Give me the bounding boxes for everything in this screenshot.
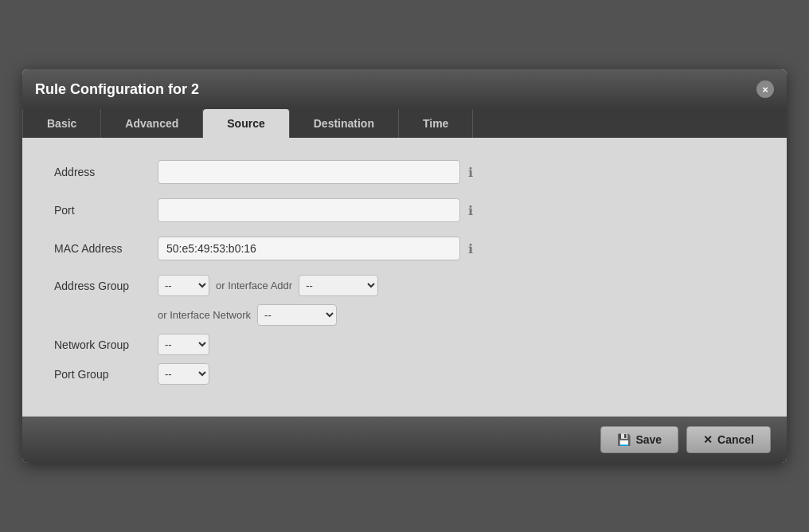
port-group-select[interactable]: -- <box>158 363 209 385</box>
modal-body: Address ℹ Port ℹ MAC Address ℹ Address G… <box>22 138 787 417</box>
tab-advanced[interactable]: Advanced <box>101 109 203 138</box>
address-group-controls: -- or Interface Addr -- <box>158 275 378 296</box>
save-icon: 💾 <box>617 433 631 446</box>
tab-basic[interactable]: Basic <box>22 109 101 138</box>
network-group-select[interactable]: -- <box>158 334 209 355</box>
port-input[interactable] <box>158 198 460 222</box>
mac-info-icon[interactable]: ℹ <box>468 241 473 256</box>
cancel-icon: ✕ <box>703 433 713 446</box>
tab-source[interactable]: Source <box>203 109 289 138</box>
or-interface-addr-label: or Interface Addr <box>216 280 292 291</box>
cancel-button[interactable]: ✕ Cancel <box>686 426 771 453</box>
port-group-label: Port Group <box>54 368 158 381</box>
address-input[interactable] <box>158 160 460 184</box>
mac-label: MAC Address <box>54 242 158 255</box>
port-group-row: Port Group -- <box>54 363 755 385</box>
address-label: Address <box>54 166 158 178</box>
save-button[interactable]: 💾 Save <box>600 426 678 453</box>
address-row: Address ℹ <box>54 160 755 184</box>
interface-network-select[interactable]: -- <box>257 304 337 326</box>
or-interface-network-label: or Interface Network <box>158 309 251 321</box>
address-group-row: Address Group -- or Interface Addr -- <box>54 275 755 296</box>
tab-destination[interactable]: Destination <box>290 109 399 138</box>
network-group-row: Network Group -- <box>54 334 755 355</box>
port-info-icon[interactable]: ℹ <box>468 203 473 218</box>
address-group-label: Address Group <box>54 280 158 292</box>
interface-addr-select[interactable]: -- <box>299 275 378 296</box>
modal-header: Rule Configuration for 2 × <box>22 69 787 109</box>
interface-network-row: or Interface Network -- <box>158 304 755 326</box>
modal-footer: 💾 Save ✕ Cancel <box>22 417 787 463</box>
modal-title: Rule Configuration for 2 <box>35 81 199 98</box>
tab-bar: Basic Advanced Source Destination Time <box>22 109 787 138</box>
close-button[interactable]: × <box>756 80 774 98</box>
save-label: Save <box>635 433 662 446</box>
cancel-label: Cancel <box>717 433 754 446</box>
port-label: Port <box>54 204 158 217</box>
modal-overlay: Rule Configuration for 2 × Basic Advance… <box>0 0 809 532</box>
address-info-icon[interactable]: ℹ <box>468 165 473 180</box>
modal-dialog: Rule Configuration for 2 × Basic Advance… <box>22 69 787 463</box>
tab-time[interactable]: Time <box>399 109 473 138</box>
network-group-label: Network Group <box>54 338 158 351</box>
mac-input[interactable] <box>158 237 460 260</box>
mac-row: MAC Address ℹ <box>54 237 755 260</box>
address-group-select[interactable]: -- <box>158 275 209 296</box>
port-row: Port ℹ <box>54 198 755 222</box>
